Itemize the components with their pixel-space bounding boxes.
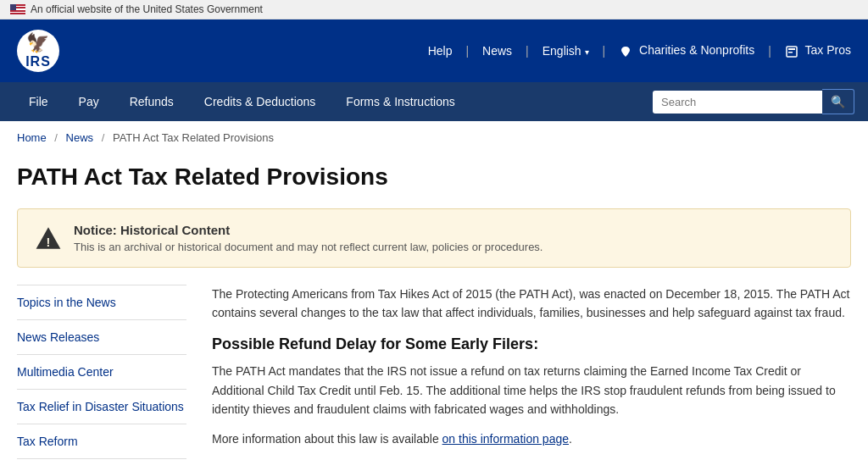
search-box: 🔍 — [653, 89, 854, 114]
logo-area: 🦅 IRS — [17, 30, 59, 72]
nav-links: File Pay Refunds Credits & Deductions Fo… — [14, 83, 470, 120]
nav-refunds[interactable]: Refunds — [114, 83, 189, 120]
irs-text: IRS — [25, 54, 51, 69]
site-header: 🦅 IRS Help | News | English ▾ | Charitie… — [0, 19, 868, 82]
taxpros-icon — [785, 45, 798, 58]
article-section-1-body: The PATH Act mandates that the IRS not i… — [212, 362, 851, 418]
tax-pros-link[interactable]: Tax Pros — [785, 43, 851, 58]
charities-icon — [619, 45, 632, 58]
us-flag-icon — [10, 4, 25, 14]
article-intro: The Protecting Americans from Tax Hikes … — [212, 285, 851, 323]
nav-credits-deductions[interactable]: Credits & Deductions — [189, 83, 331, 120]
main-content: Topics in the News News Releases Multime… — [0, 285, 868, 459]
notice-text: This is an archival or historical docume… — [74, 241, 542, 253]
top-banner: An official website of the United States… — [0, 0, 868, 19]
charities-link[interactable]: Charities & Nonprofits — [619, 43, 754, 58]
nav-forms-instructions[interactable]: Forms & Instructions — [331, 83, 470, 120]
breadcrumb-sep-2: / — [102, 131, 105, 144]
search-button[interactable]: 🔍 — [822, 89, 854, 114]
irs-logo: 🦅 IRS — [17, 30, 59, 72]
breadcrumb-current: PATH Act Tax Related Provisions — [113, 131, 274, 144]
article: The Protecting Americans from Tax Hikes … — [212, 285, 851, 459]
notice-box: ! Notice: Historical Content This is an … — [17, 208, 851, 268]
english-label: English — [542, 44, 581, 58]
search-input[interactable] — [653, 91, 822, 114]
sidebar-item-tax-relief[interactable]: Tax Relief in Disaster Situations — [17, 390, 186, 424]
official-website-text: An official website of the United States… — [31, 3, 263, 15]
separator-4: | — [768, 44, 771, 58]
sidebar-item-multimedia[interactable]: Multimedia Center — [17, 355, 186, 390]
sidebar-item-news-releases[interactable]: News Releases — [17, 320, 186, 355]
nav-pay[interactable]: Pay — [64, 83, 114, 120]
sidebar-item-topics[interactable]: Topics in the News — [17, 285, 186, 320]
article-section-1-title: Possible Refund Delay for Some Early Fil… — [212, 335, 851, 353]
separator-1: | — [465, 44, 469, 58]
warning-icon: ! — [35, 224, 62, 252]
charities-label: Charities & Nonprofits — [639, 43, 754, 57]
notice-title: Notice: Historical Content — [74, 223, 542, 237]
article-more-text: More information about this law is avail… — [212, 432, 442, 446]
sidebar-item-tax-reform[interactable]: Tax Reform — [17, 424, 186, 459]
article-period: . — [569, 432, 572, 446]
article-section-1-more: More information about this law is avail… — [212, 429, 851, 448]
nav-bar: File Pay Refunds Credits & Deductions Fo… — [0, 82, 868, 121]
breadcrumb-home[interactable]: Home — [17, 131, 47, 144]
breadcrumb-news[interactable]: News — [66, 131, 94, 144]
article-info-link[interactable]: on this information page — [442, 432, 569, 446]
help-link[interactable]: Help — [428, 44, 453, 58]
news-link[interactable]: News — [482, 44, 512, 58]
page-title-area: PATH Act Tax Related Provisions — [0, 154, 868, 208]
tax-pros-label: Tax Pros — [805, 43, 851, 57]
notice-content: Notice: Historical Content This is an ar… — [74, 223, 542, 253]
page-title: PATH Act Tax Related Provisions — [17, 163, 851, 191]
separator-3: | — [603, 44, 606, 58]
svg-text:!: ! — [47, 235, 51, 248]
eagle-icon: 🦅 — [26, 32, 49, 54]
svg-rect-2 — [788, 52, 793, 53]
sidebar: Topics in the News News Releases Multime… — [17, 285, 186, 459]
svg-rect-1 — [788, 48, 795, 50]
header-nav: Help | News | English ▾ | Charities & No… — [428, 43, 851, 58]
search-icon: 🔍 — [831, 95, 845, 108]
nav-file[interactable]: File — [14, 83, 64, 120]
chevron-down-icon: ▾ — [585, 47, 589, 57]
separator-2: | — [526, 44, 529, 58]
breadcrumb-sep-1: / — [54, 131, 58, 144]
english-dropdown[interactable]: English ▾ — [542, 44, 589, 58]
breadcrumb: Home / News / PATH Act Tax Related Provi… — [0, 121, 868, 154]
